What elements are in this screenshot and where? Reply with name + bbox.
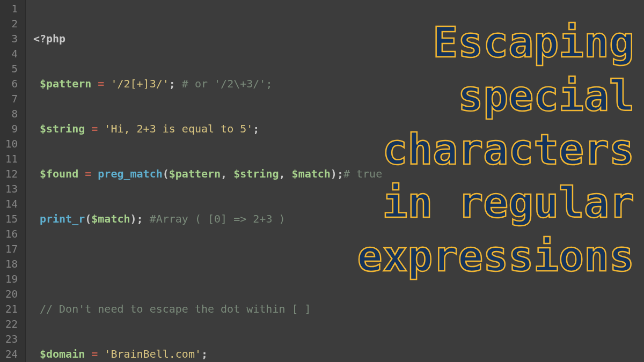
line-number: 13: [5, 181, 18, 196]
line-number: 8: [5, 106, 18, 121]
code-line: $domain = 'BrainBell.com';: [33, 346, 421, 361]
code-line: $pattern = '/2[+]3/'; # or '/2\+3/';: [33, 76, 421, 91]
line-number: 11: [5, 151, 18, 166]
line-number: 20: [5, 286, 18, 301]
line-number: 21: [5, 301, 18, 316]
line-number: 24: [5, 346, 18, 361]
line-number: 16: [5, 226, 18, 241]
line-number: 9: [5, 121, 18, 136]
line-number: 7: [5, 91, 18, 106]
code-line: $string = 'Hi, 2+3 is equal to 5';: [33, 121, 421, 136]
line-number: 5: [5, 61, 18, 76]
line-number: 6: [5, 76, 18, 91]
code-line: print_r($match); #Array ( [0] => 2+3 ): [33, 211, 421, 226]
line-number: 17: [5, 241, 18, 256]
code-editor: 123456789101112131415161718192021222324 …: [0, 0, 644, 362]
line-number: 19: [5, 271, 18, 286]
line-number: 10: [5, 136, 18, 151]
line-number: 22: [5, 316, 18, 331]
line-number: 23: [5, 331, 18, 346]
line-number: 4: [5, 46, 18, 61]
line-number: 12: [5, 166, 18, 181]
code-line: $found = preg_match($pattern, $string, $…: [33, 166, 421, 181]
line-number: 3: [5, 31, 18, 46]
code-line: <?php: [33, 31, 421, 46]
line-number: 1: [5, 1, 18, 16]
line-number-gutter: 123456789101112131415161718192021222324: [0, 0, 26, 362]
line-number: 14: [5, 196, 18, 211]
code-line: [33, 256, 421, 271]
line-number: 18: [5, 256, 18, 271]
line-number: 2: [5, 16, 18, 31]
line-number: 15: [5, 211, 18, 226]
code-line: // Don't need to escape the dot within […: [33, 301, 421, 316]
code-area: <?php $pattern = '/2[+]3/'; # or '/2\+3/…: [26, 0, 421, 362]
